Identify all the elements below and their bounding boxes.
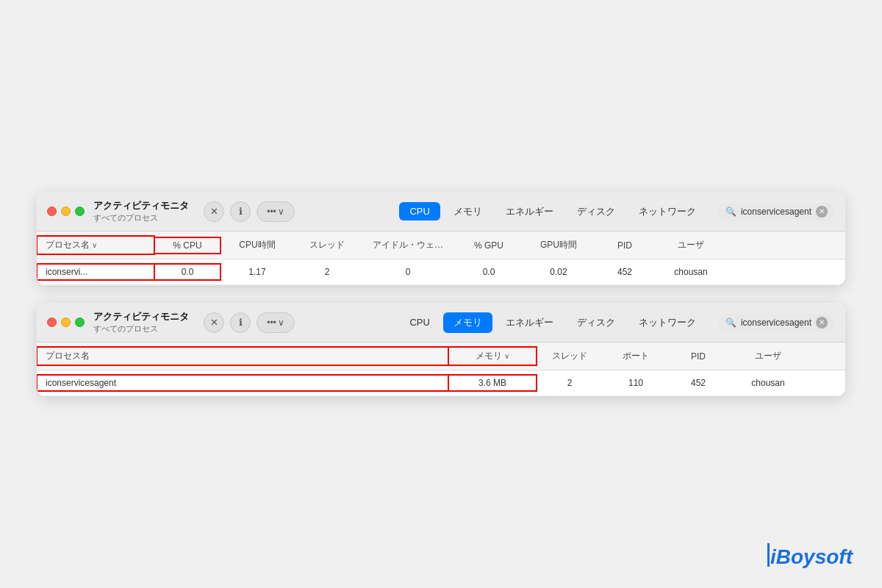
- search-area-2[interactable]: 🔍 iconservicesagent ✕: [718, 314, 835, 331]
- titlebar-2: アクティビティモニタ すべてのプロセス ✕ ℹ ••• ∨ CPU メモリ エネ…: [37, 303, 845, 343]
- table-row-1-0[interactable]: iconservi... 0.0 1.17 2 0 0.0 0.02 452 c…: [37, 259, 845, 285]
- table-1: プロセス名∨ % CPU CPU時間 スレッド アイドル・ウェ… % GPU G…: [37, 232, 845, 285]
- td-threads-2-0: 2: [537, 375, 603, 391]
- window-title-2: アクティビティモニタ: [93, 310, 189, 323]
- th-threads-1[interactable]: スレッド: [294, 236, 360, 254]
- iboysoft-logo: iBoysoft: [767, 543, 853, 567]
- th-memory-2[interactable]: メモリ∨: [448, 347, 537, 365]
- tab-cpu-1[interactable]: CPU: [399, 202, 440, 220]
- search-area-1[interactable]: 🔍 iconservicesagent ✕: [718, 203, 835, 220]
- traffic-lights-1: [47, 207, 85, 216]
- window-title-block-1: アクティビティモニタ すべてのプロセス: [93, 199, 189, 223]
- search-value-1: iconservicesagent: [741, 207, 811, 217]
- th-gpu-pct-1[interactable]: % GPU: [456, 237, 522, 254]
- window-subtitle-2: すべてのプロセス: [93, 323, 158, 334]
- stop-button-1[interactable]: ✕: [204, 201, 224, 222]
- info-button-1[interactable]: ℹ: [230, 201, 251, 222]
- th-process-2[interactable]: プロセス名: [37, 347, 448, 365]
- search-clear-button-1[interactable]: ✕: [816, 206, 828, 218]
- tab-memory-2[interactable]: メモリ: [443, 312, 492, 333]
- td-process-1-0: iconservi...: [37, 264, 154, 280]
- table-header-2: プロセス名 メモリ∨ スレッド ポート PID ユーザ: [37, 343, 845, 370]
- tab-disk-2[interactable]: ディスク: [567, 312, 625, 333]
- maximize-button-1[interactable]: [75, 207, 85, 216]
- td-threads-1-0: 2: [294, 264, 360, 280]
- table-2: プロセス名 メモリ∨ スレッド ポート PID ユーザ iconservices…: [37, 343, 845, 396]
- chevron-down-icon-1: ∨: [278, 207, 284, 217]
- tab-energy-2[interactable]: エネルギー: [495, 312, 564, 333]
- tab-memory-1[interactable]: メモリ: [443, 201, 492, 222]
- th-idle-1[interactable]: アイドル・ウェ…: [360, 236, 456, 254]
- activity-monitor-window-2: アクティビティモニタ すべてのプロセス ✕ ℹ ••• ∨ CPU メモリ エネ…: [37, 303, 845, 396]
- close-button-1[interactable]: [47, 207, 57, 216]
- minimize-button-1[interactable]: [61, 207, 71, 216]
- td-gpu-pct-1-0: 0.0: [456, 264, 522, 280]
- tab-network-2[interactable]: ネットワーク: [628, 312, 706, 333]
- td-user-2-0: chousan: [728, 375, 808, 391]
- td-idle-1-0: 0: [360, 264, 456, 280]
- window-subtitle-1: すべてのプロセス: [93, 212, 158, 223]
- th-user-1[interactable]: ユーザ: [654, 236, 728, 254]
- td-pid-1-0: 452: [595, 264, 654, 280]
- more-button-1[interactable]: ••• ∨: [257, 201, 295, 222]
- titlebar-1: アクティビティモニタ すべてのプロセス ✕ ℹ ••• ∨ CPU メモリ エネ…: [37, 192, 845, 232]
- tab-disk-1[interactable]: ディスク: [567, 201, 625, 222]
- sort-arrow-1: ∨: [92, 241, 97, 249]
- tab-energy-1[interactable]: エネルギー: [495, 201, 564, 222]
- more-dots-2: •••: [267, 318, 276, 328]
- table-header-1: プロセス名∨ % CPU CPU時間 スレッド アイドル・ウェ… % GPU G…: [37, 232, 845, 259]
- tabs-area-1: CPU メモリ エネルギー ディスク ネットワーク: [399, 201, 706, 222]
- th-pid-1[interactable]: PID: [595, 237, 654, 254]
- th-user-2[interactable]: ユーザ: [728, 347, 808, 365]
- td-process-2-0: iconservicesagent: [37, 375, 448, 391]
- tab-network-1[interactable]: ネットワーク: [628, 201, 706, 222]
- window-controls-2: ✕ ℹ ••• ∨: [204, 312, 295, 333]
- table-row-2-0[interactable]: iconservicesagent 3.6 MB 2 110 452 chous…: [37, 370, 845, 396]
- search-icon-1: 🔍: [725, 207, 736, 217]
- tab-cpu-2[interactable]: CPU: [399, 313, 440, 331]
- td-cpu-pct-1-0: 0.0: [154, 264, 220, 280]
- td-ports-2-0: 110: [603, 375, 669, 391]
- more-dots-1: •••: [267, 207, 276, 217]
- close-button-2[interactable]: [47, 318, 57, 327]
- tabs-area-2: CPU メモリ エネルギー ディスク ネットワーク: [399, 312, 706, 333]
- window-title-1: アクティビティモニタ: [93, 199, 189, 212]
- activity-monitor-window-1: アクティビティモニタ すべてのプロセス ✕ ℹ ••• ∨ CPU メモリ エネ…: [37, 192, 845, 285]
- sort-arrow-2: ∨: [504, 352, 509, 360]
- window-controls-1: ✕ ℹ ••• ∨: [204, 201, 295, 222]
- th-cpu-time-1[interactable]: CPU時間: [220, 236, 294, 254]
- th-pid-2[interactable]: PID: [669, 348, 728, 365]
- maximize-button-2[interactable]: [75, 318, 85, 327]
- td-cpu-time-1-0: 1.17: [220, 264, 294, 280]
- td-gpu-time-1-0: 0.02: [522, 264, 595, 280]
- minimize-button-2[interactable]: [61, 318, 71, 327]
- stop-button-2[interactable]: ✕: [204, 312, 224, 333]
- td-memory-2-0: 3.6 MB: [448, 375, 537, 391]
- th-ports-2[interactable]: ポート: [603, 347, 669, 365]
- search-icon-2: 🔍: [725, 318, 736, 328]
- window-title-block-2: アクティビティモニタ すべてのプロセス: [93, 310, 189, 334]
- search-value-2: iconservicesagent: [741, 318, 811, 328]
- chevron-down-icon-2: ∨: [278, 318, 284, 328]
- th-process-1[interactable]: プロセス名∨: [37, 236, 154, 254]
- logo-text: iBoysoft: [770, 547, 853, 567]
- search-clear-button-2[interactable]: ✕: [816, 317, 828, 329]
- traffic-lights-2: [47, 318, 85, 327]
- th-threads-2[interactable]: スレッド: [537, 347, 603, 365]
- more-button-2[interactable]: ••• ∨: [257, 312, 295, 333]
- td-pid-2-0: 452: [669, 375, 728, 391]
- th-gpu-time-1[interactable]: GPU時間: [522, 236, 595, 254]
- td-user-1-0: chousan: [654, 264, 728, 280]
- info-button-2[interactable]: ℹ: [230, 312, 251, 333]
- logo-bar-icon: [767, 543, 770, 567]
- th-cpu-pct-1[interactable]: % CPU: [154, 237, 220, 254]
